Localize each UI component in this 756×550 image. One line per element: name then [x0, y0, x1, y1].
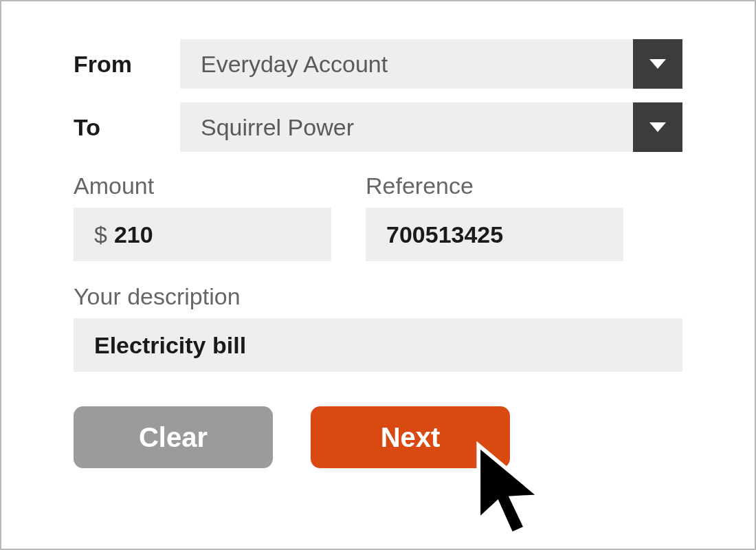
- reference-value: 700513425: [386, 221, 503, 248]
- from-account-select[interactable]: Everyday Account: [180, 39, 682, 89]
- clear-button[interactable]: Clear: [74, 406, 273, 468]
- payment-form-panel: From Everyday Account To Squirrel Power …: [0, 0, 756, 550]
- description-value: Electricity bill: [94, 332, 246, 359]
- to-payee-select[interactable]: Squirrel Power: [180, 102, 682, 152]
- reference-field: Reference 700513425: [366, 173, 623, 261]
- amount-field: Amount $ 210: [74, 173, 331, 261]
- amount-reference-row: Amount $ 210 Reference 700513425: [74, 173, 682, 261]
- to-row: To Squirrel Power: [74, 102, 682, 152]
- amount-label: Amount: [74, 173, 331, 199]
- from-row: From Everyday Account: [74, 39, 682, 89]
- next-button[interactable]: Next: [311, 406, 510, 468]
- reference-label: Reference: [366, 173, 623, 199]
- from-label: From: [74, 51, 180, 78]
- svg-marker-1: [649, 122, 666, 132]
- description-label: Your description: [74, 283, 682, 310]
- reference-input[interactable]: 700513425: [366, 208, 623, 261]
- description-input[interactable]: Electricity bill: [74, 318, 682, 372]
- currency-symbol: $: [94, 221, 107, 248]
- description-row: Your description Electricity bill: [74, 283, 682, 372]
- to-label: To: [74, 114, 180, 141]
- to-payee-value: Squirrel Power: [180, 102, 633, 152]
- dropdown-arrow-icon: [633, 39, 682, 89]
- description-field: Your description Electricity bill: [74, 283, 682, 372]
- form-actions: Clear Next: [74, 406, 682, 468]
- svg-marker-0: [649, 59, 666, 69]
- dropdown-arrow-icon: [633, 102, 682, 152]
- amount-input[interactable]: $ 210: [74, 208, 331, 261]
- amount-value: 210: [114, 221, 153, 248]
- from-account-value: Everyday Account: [180, 39, 633, 89]
